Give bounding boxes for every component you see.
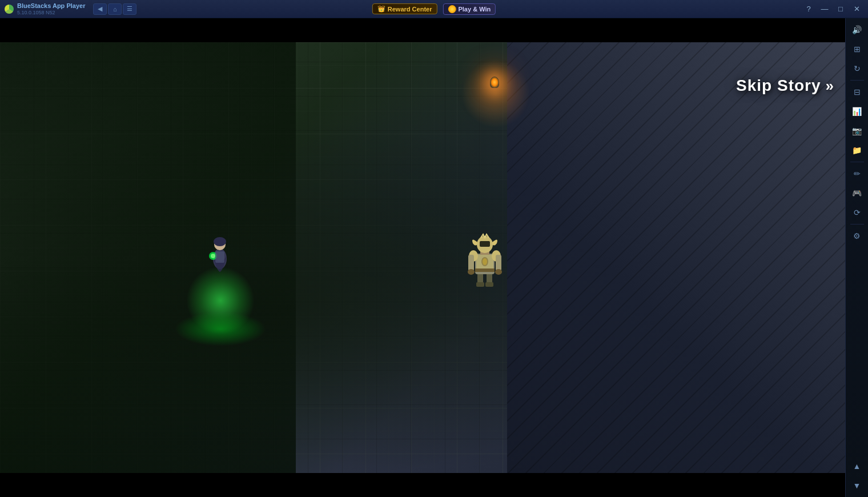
svg-point-23 [483, 258, 487, 265]
apps-icon[interactable]: ⊟ [848, 83, 866, 101]
app-logo-icon [5, 5, 14, 14]
character-warrior [465, 232, 505, 289]
main-content: Skip Story » 🔊 ⊞ ↻ ⊟ 📊 📷 📁 ✏ 🎮 ⟳ ⚙ ▲ ▼ [0, 18, 868, 497]
game-scene: Skip Story » [0, 42, 845, 473]
torch [490, 77, 501, 94]
svg-point-20 [468, 269, 475, 275]
magic-ground-glow [175, 312, 266, 346]
nav-buttons: ◀ ⌂ ☰ [93, 3, 136, 15]
svg-rect-19 [496, 255, 501, 271]
back-button[interactable]: ◀ [93, 3, 107, 15]
coin-icon [448, 5, 456, 13]
svg-rect-17 [480, 241, 490, 247]
svg-rect-8 [476, 282, 484, 287]
menu-button[interactable]: ☰ [123, 3, 136, 15]
game-viewport[interactable]: Skip Story » [0, 18, 845, 497]
sync-icon[interactable]: ⟳ [848, 203, 866, 222]
svg-rect-12 [475, 268, 495, 272]
volume-icon[interactable]: 🔊 [848, 21, 866, 39]
home-button[interactable]: ⌂ [108, 3, 122, 15]
titlebar: BlueStacks App Player 5.10.0.1058 N52 ◀ … [0, 0, 868, 18]
top-letterbox [0, 18, 845, 42]
svg-point-4 [211, 254, 215, 258]
stats-icon[interactable]: 📊 [848, 102, 866, 121]
svg-point-2 [214, 237, 226, 246]
skip-arrow-icon: » [826, 77, 834, 95]
character-mage [203, 227, 237, 273]
folder-icon[interactable]: 📁 [848, 141, 866, 159]
magic-effect [186, 266, 255, 335]
svg-rect-9 [485, 282, 493, 287]
titlebar-center: 👑 Reward Center Play & Win [372, 3, 496, 15]
wall-inner-detail [507, 42, 845, 473]
play-win-button[interactable]: Play & Win [443, 3, 496, 15]
svg-rect-18 [468, 255, 474, 271]
gamepad-icon[interactable]: 🎮 [848, 184, 866, 202]
sidebar-divider-2 [850, 162, 864, 162]
crown-icon: 👑 [377, 5, 385, 13]
scroll-up-icon[interactable]: ▲ [848, 457, 866, 475]
minimize-button[interactable]: — [818, 3, 831, 15]
app-title: BlueStacks App Player [17, 2, 85, 9]
help-button[interactable]: ? [802, 3, 815, 15]
screenshot-icon[interactable]: 📷 [848, 122, 866, 140]
close-button[interactable]: ✕ [850, 3, 863, 15]
torch-glow [461, 59, 530, 128]
maximize-button[interactable]: □ [834, 3, 847, 15]
dark-area-left [0, 42, 296, 473]
reward-center-button[interactable]: 👑 Reward Center [372, 3, 437, 14]
skip-story-label: Skip Story [736, 77, 821, 95]
bottom-letterbox [0, 473, 845, 497]
sidebar-divider-3 [850, 224, 864, 225]
right-sidebar: 🔊 ⊞ ↻ ⊟ 📊 📷 📁 ✏ 🎮 ⟳ ⚙ ▲ ▼ [845, 18, 868, 497]
app-version: 5.10.0.1058 N52 [17, 10, 85, 15]
rotate-icon[interactable]: ↻ [848, 59, 866, 78]
app-title-area: BlueStacks App Player 5.10.0.1058 N52 [17, 2, 85, 15]
mage-sprite [203, 227, 237, 273]
titlebar-right: ? — □ ✕ [802, 3, 863, 15]
play-win-label: Play & Win [458, 6, 491, 13]
scroll-down-icon[interactable]: ▼ [848, 476, 866, 495]
warrior-sprite [465, 232, 505, 289]
svg-point-21 [495, 269, 502, 275]
layout-icon[interactable]: ⊞ [848, 40, 866, 58]
wall-structure [507, 42, 845, 473]
pencil-icon[interactable]: ✏ [848, 165, 866, 183]
settings-icon[interactable]: ⚙ [848, 227, 866, 245]
reward-center-label: Reward Center [388, 6, 432, 13]
skip-story-button[interactable]: Skip Story » [736, 77, 834, 95]
sidebar-divider-1 [850, 80, 864, 81]
svg-rect-5 [215, 251, 224, 263]
